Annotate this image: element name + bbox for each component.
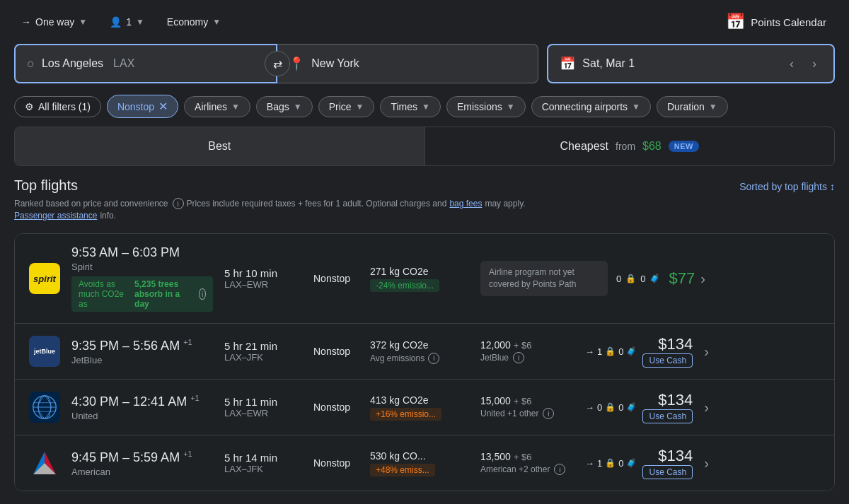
duration-col: 5 hr 11 min LAX–EWR xyxy=(224,396,302,418)
airline-program: United +1 other i xyxy=(480,408,579,419)
bag-fees-link[interactable]: bag fees xyxy=(449,199,482,209)
table-row[interactable]: spirit 9:53 AM – 6:03 PM Spirit Avoids a… xyxy=(15,234,834,324)
united-globe-svg xyxy=(32,394,57,420)
route-value: LAX–JFK xyxy=(224,352,302,363)
origin-field[interactable]: ○ Los Angeles LAX xyxy=(14,44,277,83)
duration-col: 5 hr 10 min LAX–EWR xyxy=(224,267,302,290)
airlines-label: Airlines xyxy=(195,101,227,112)
emissions-filter-chip[interactable]: Emissions ▼ xyxy=(446,96,526,117)
cabin-label: Economy xyxy=(167,16,208,28)
prices-text: Prices include required taxes + fees for… xyxy=(187,199,447,209)
tab-cheapest-label: Cheapest xyxy=(560,140,609,153)
sort-icon: ↕ xyxy=(830,181,835,192)
bag-icon: 🧳 xyxy=(626,346,637,356)
airline-name: JetBlue xyxy=(71,355,213,365)
bag-icon: 🧳 xyxy=(626,458,637,468)
expand-button[interactable]: › xyxy=(698,394,715,421)
connecting-airports-chevron: ▼ xyxy=(632,102,640,112)
flight-time-range: 9:45 PM – 5:59 AM +1 xyxy=(71,450,213,465)
prev-date-button[interactable]: ‹ xyxy=(784,51,799,77)
flight-time-range: 9:53 AM – 6:03 PM xyxy=(71,245,213,260)
points-row: 13,500 + $6 xyxy=(480,451,579,462)
duration-filter-chip[interactable]: Duration ▼ xyxy=(657,96,728,117)
filter-icon: ⚙ xyxy=(25,101,34,112)
use-cash-button[interactable]: Use Cash xyxy=(642,465,693,479)
jetblue-text: jetBlue xyxy=(34,348,55,355)
flight-times-col: 9:45 PM – 5:59 AM +1 American xyxy=(71,450,213,477)
origin-icon: ○ xyxy=(27,57,35,71)
expand-button[interactable]: › xyxy=(695,265,711,293)
price-col: $134 Use Cash xyxy=(642,391,693,423)
use-cash-button[interactable]: Use Cash xyxy=(642,409,693,423)
all-filters-button[interactable]: ⚙ All filters (1) xyxy=(14,96,101,117)
next-date-button[interactable]: › xyxy=(807,51,822,77)
cabin-button[interactable]: Economy ▼ xyxy=(160,12,228,32)
tab-best[interactable]: Best xyxy=(15,127,425,165)
seat-num: 0 xyxy=(597,402,602,413)
stops-col: Nonstop xyxy=(313,346,370,357)
cheapest-price: $68 xyxy=(642,140,662,153)
depart-time: 4:30 PM xyxy=(71,394,119,409)
location-group: ○ Los Angeles LAX ⇄ 📍 New York xyxy=(14,44,538,83)
passengers-button[interactable]: 👤 1 ▼ xyxy=(103,12,151,32)
connecting-airports-filter-chip[interactable]: Connecting airports ▼ xyxy=(531,96,651,117)
destination-field[interactable]: 📍 New York xyxy=(277,44,538,83)
arrive-time: 5:56 AM xyxy=(133,339,180,353)
airline-program-info[interactable]: i xyxy=(543,408,554,419)
depart-time: 9:35 PM xyxy=(71,339,119,353)
depart-time: 9:45 PM xyxy=(71,450,119,464)
passengers-chevron: ▼ xyxy=(136,17,144,27)
nonstop-filter-chip[interactable]: Nonstop ✕ xyxy=(107,95,178,118)
arrive-offset: +1 xyxy=(183,338,192,346)
points-calendar-button[interactable]: 📅 Points Calendar xyxy=(717,7,835,37)
seat-left: 0 xyxy=(616,274,621,284)
emissions-info[interactable]: i xyxy=(428,353,439,364)
person-icon: 👤 xyxy=(110,16,122,28)
plus-cash: + $6 xyxy=(514,396,532,406)
connecting-airports-label: Connecting airports xyxy=(542,101,628,112)
sorted-by[interactable]: Sorted by top flights ↕ xyxy=(739,181,835,192)
co2-value: 372 kg CO2e xyxy=(370,339,469,351)
seat-num: 1 xyxy=(597,458,602,469)
table-row[interactable]: jetBlue 9:35 PM – 5:56 AM +1 JetBlue 5 h… xyxy=(15,324,834,380)
flight-list: spirit 9:53 AM – 6:03 PM Spirit Avoids a… xyxy=(14,233,835,491)
cheapest-from-label: from xyxy=(616,141,635,152)
lock-icon: 🔒 xyxy=(625,274,636,283)
flight-times-col: 9:35 PM – 5:56 AM +1 JetBlue xyxy=(71,338,213,365)
american-airlines-svg xyxy=(30,449,59,477)
emissions-col: 530 kg CO... +48% emiss... xyxy=(370,450,469,476)
trip-type-button[interactable]: → One way ▼ xyxy=(14,12,94,32)
eco-badge: Avoids as much CO2e as 5,235 trees absor… xyxy=(71,276,213,312)
use-cash-button[interactable]: Use Cash xyxy=(642,353,693,368)
airline-program-info[interactable]: i xyxy=(513,352,524,363)
swap-button[interactable]: ⇄ xyxy=(265,51,290,76)
route-value: LAX–EWR xyxy=(224,408,302,418)
tab-cheapest[interactable]: Cheapest from $68 NEW xyxy=(425,127,835,165)
airlines-filter-chip[interactable]: Airlines ▼ xyxy=(184,96,250,117)
expand-button[interactable]: › xyxy=(698,338,715,365)
nonstop-close-icon[interactable]: ✕ xyxy=(158,100,168,113)
points-program-text: Airline program not yet covered by Point… xyxy=(489,267,576,289)
table-row[interactable]: 4:30 PM – 12:41 AM +1 United 5 hr 11 min… xyxy=(15,380,834,435)
eco-info-icon[interactable]: i xyxy=(199,288,206,300)
plus-cash: + $6 xyxy=(514,340,532,351)
top-bar-left: → One way ▼ 👤 1 ▼ Economy ▼ xyxy=(14,12,228,32)
airline-program-info[interactable]: i xyxy=(554,464,565,475)
passenger-assistance-link[interactable]: Passenger assistance xyxy=(14,211,97,221)
airline-name: American xyxy=(71,467,213,477)
results-meta: Ranked based on price and convenience i … xyxy=(14,198,835,209)
ranked-info-icon[interactable]: i xyxy=(173,198,184,209)
points-row: 15,000 + $6 xyxy=(480,395,579,406)
bags-filter-chip[interactable]: Bags ▼ xyxy=(256,96,313,117)
nonstop-label: Nonstop xyxy=(117,101,154,112)
price-label: Price xyxy=(329,101,352,112)
price-filter-chip[interactable]: Price ▼ xyxy=(318,96,375,117)
origin-code: LAX xyxy=(113,57,134,70)
expand-button[interactable]: › xyxy=(698,450,715,477)
airline-program: American +2 other i xyxy=(480,464,579,475)
lock-icon: 🔒 xyxy=(605,402,616,412)
date-field[interactable]: 📅 Sat, Mar 1 ‹ › xyxy=(547,44,835,83)
times-filter-chip[interactable]: Times ▼ xyxy=(380,96,440,117)
duration-value: 5 hr 21 min xyxy=(224,340,302,352)
table-row[interactable]: 9:45 PM – 5:59 AM +1 American 5 hr 14 mi… xyxy=(15,435,834,491)
